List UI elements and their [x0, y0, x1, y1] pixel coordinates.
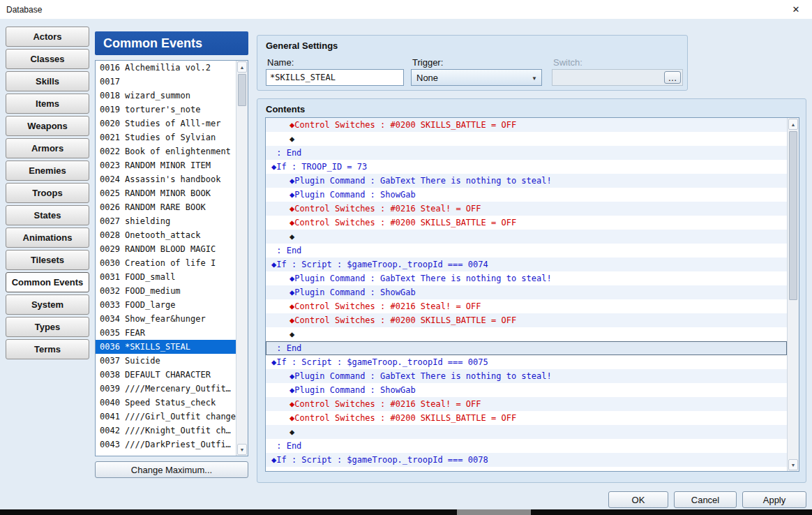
- sidebar-item-animations[interactable]: Animations: [6, 227, 89, 248]
- event-command-line[interactable]: ◆: [266, 425, 787, 439]
- switch-browse-button[interactable]: …: [664, 71, 681, 84]
- event-command-line[interactable]: ◆Plugin Command : GabText There is nothi…: [266, 369, 787, 383]
- event-command-line[interactable]: : End: [266, 439, 787, 453]
- scroll-up-icon[interactable]: ▲: [237, 61, 247, 73]
- list-item[interactable]: 0026 RANDOM RARE BOOK: [96, 200, 236, 214]
- list-item[interactable]: 0020 Studies of Alll-mer: [96, 117, 236, 130]
- event-command-line[interactable]: ◆If : Script : $gameTroop._troopId === 0…: [266, 453, 787, 467]
- list-item[interactable]: 0024 Assassin's handbook: [96, 172, 236, 186]
- list-item[interactable]: 0021 Studies of Sylvian: [96, 130, 236, 144]
- list-item[interactable]: 0018 wizard_summon: [96, 89, 236, 103]
- list-item[interactable]: 0022 Book of enlightenment: [96, 144, 236, 158]
- list-item[interactable]: 0037 Suicide: [96, 354, 236, 368]
- sidebar-item-types[interactable]: Types: [6, 317, 89, 337]
- scroll-down-icon[interactable]: ▼: [788, 459, 798, 470]
- contents-title: Contents: [266, 104, 305, 114]
- event-command-line[interactable]: ◆Control Switches : #0200 SKILLS_BATTLE …: [266, 313, 787, 327]
- event-command-line[interactable]: ◆Plugin Command : ShowGab: [266, 188, 787, 202]
- sidebar-item-tilesets[interactable]: Tilesets: [6, 250, 89, 270]
- sidebar-item-terms[interactable]: Terms: [6, 339, 89, 359]
- trigger-dropdown[interactable]: None ▼: [411, 69, 542, 86]
- sidebar-item-items[interactable]: Items: [6, 94, 89, 114]
- window-titlebar[interactable]: Database ✕: [0, 0, 812, 19]
- command-list: ◆Control Switches : #0200 SKILLS_BATTLE …: [265, 117, 799, 472]
- event-command-line[interactable]: : End: [266, 341, 787, 355]
- sidebar-item-enemies[interactable]: Enemies: [6, 161, 89, 181]
- sidebar-item-armors[interactable]: Armors: [6, 138, 89, 158]
- switch-field: …: [552, 69, 683, 86]
- list-item[interactable]: 0016 Alchemillia vol.2: [96, 61, 236, 75]
- event-command-line[interactable]: ◆Plugin Command : ShowGab: [266, 383, 787, 397]
- name-label: Name:: [267, 57, 294, 68]
- command-list-rows: ◆Control Switches : #0200 SKILLS_BATTLE …: [266, 118, 787, 471]
- event-command-line[interactable]: ◆Plugin Command : ShowGab: [266, 285, 787, 299]
- sidebar-item-system[interactable]: System: [6, 294, 89, 315]
- scroll-up-icon[interactable]: ▲: [788, 119, 798, 130]
- ok-button[interactable]: OK: [608, 491, 668, 508]
- taskbar-strip: [0, 509, 812, 515]
- event-command-line[interactable]: ◆Control Switches : #0216 Steal! = OFF: [266, 299, 787, 313]
- event-command-line[interactable]: ◆Control Switches : #0200 SKILLS_BATTLE …: [266, 216, 787, 230]
- change-maximum-button[interactable]: Change Maximum...: [95, 461, 248, 478]
- event-command-line[interactable]: ◆: [266, 230, 787, 244]
- sidebar-item-troops[interactable]: Troops: [6, 183, 89, 203]
- event-command-line[interactable]: : End: [266, 146, 787, 160]
- sidebar-item-states[interactable]: States: [6, 205, 89, 225]
- event-list-rows: 0016 Alchemillia vol.200170018 wizard_su…: [96, 61, 236, 456]
- trigger-value: None: [416, 73, 438, 83]
- apply-button[interactable]: Apply: [742, 491, 806, 508]
- event-command-line[interactable]: ◆Plugin Command : GabText There is nothi…: [266, 271, 787, 285]
- event-command-line[interactable]: ◆: [266, 132, 787, 146]
- list-item[interactable]: 0032 FOOD_medium: [96, 284, 236, 298]
- chevron-down-icon: ▼: [532, 75, 537, 82]
- list-item[interactable]: 0019 torturer's_note: [96, 103, 236, 117]
- list-item[interactable]: 0027 shielding: [96, 214, 236, 228]
- event-command-line[interactable]: ◆Control Switches : #0200 SKILLS_BATTLE …: [266, 411, 787, 425]
- sidebar-item-actors[interactable]: Actors: [6, 27, 89, 47]
- scrollbar-thumb[interactable]: [789, 131, 797, 300]
- list-item[interactable]: 0029 RANDOM BLOOD MAGIC: [96, 242, 236, 256]
- command-list-scrollbar[interactable]: ▲ ▼: [787, 118, 799, 471]
- list-item[interactable]: 0042 ////Knight_Outfit ch…: [96, 424, 236, 438]
- sidebar: ActorsClassesSkillsItemsWeaponsArmorsEne…: [6, 27, 89, 361]
- list-item[interactable]: 0030 Creation of life I: [96, 256, 236, 270]
- list-item[interactable]: 0043 ////DarkPriest_Outfi…: [96, 438, 236, 451]
- close-icon[interactable]: ✕: [780, 0, 812, 19]
- scroll-down-icon[interactable]: ▼: [237, 444, 247, 455]
- cancel-button[interactable]: Cancel: [674, 491, 737, 508]
- sidebar-item-weapons[interactable]: Weapons: [6, 116, 89, 136]
- event-command-line[interactable]: ◆If : TROOP_ID = 73: [266, 160, 787, 174]
- name-input[interactable]: [266, 69, 404, 86]
- event-command-line[interactable]: : End: [266, 244, 787, 258]
- scrollbar-thumb[interactable]: [238, 74, 246, 106]
- switch-label: Switch:: [553, 57, 582, 68]
- list-item[interactable]: 0035 FEAR: [96, 326, 236, 340]
- sidebar-item-common-events[interactable]: Common Events: [6, 272, 89, 292]
- sidebar-item-classes[interactable]: Classes: [6, 49, 89, 69]
- list-item[interactable]: 0039 ////Mercenary_Outfit…: [96, 382, 236, 396]
- event-command-line[interactable]: ◆If : Script : $gameTroop._troopId === 0…: [266, 258, 787, 271]
- trigger-label: Trigger:: [412, 57, 443, 68]
- list-item[interactable]: 0017: [96, 75, 236, 89]
- list-item[interactable]: 0041 ////Girl_Outfit change: [96, 410, 236, 424]
- list-item[interactable]: 0040 Speed Status_check: [96, 396, 236, 410]
- list-item[interactable]: 0036 *SKILLS_STEAL: [96, 340, 236, 354]
- list-item[interactable]: 0025 RANDOM MINOR BOOK: [96, 186, 236, 200]
- window-title: Database: [6, 5, 42, 15]
- list-item[interactable]: 0033 FOOD_large: [96, 298, 236, 312]
- event-list-scrollbar[interactable]: ▲ ▼: [236, 61, 248, 456]
- event-command-line[interactable]: ◆Control Switches : #0216 Steal! = OFF: [266, 397, 787, 411]
- event-command-line[interactable]: ◆If : Script : $gameTroop._troopId === 0…: [266, 355, 787, 369]
- list-item[interactable]: 0031 FOOD_small: [96, 270, 236, 284]
- list-item[interactable]: 0038 DEFAULT CHARACTER: [96, 368, 236, 382]
- event-command-line[interactable]: ◆Control Switches : #0216 Steal! = OFF: [266, 202, 787, 216]
- event-command-line[interactable]: ◆: [266, 327, 787, 341]
- list-item[interactable]: 0023 RANDOM MINOR ITEM: [96, 158, 236, 172]
- list-item[interactable]: 0028 Onetooth_attack: [96, 228, 236, 242]
- event-list: 0016 Alchemillia vol.200170018 wizard_su…: [95, 60, 248, 456]
- sidebar-item-skills[interactable]: Skills: [6, 71, 89, 91]
- list-item[interactable]: 0034 Show_fear&hunger: [96, 312, 236, 326]
- event-command-line[interactable]: ◆Plugin Command : GabText There is nothi…: [266, 174, 787, 188]
- event-command-line[interactable]: ◆Control Switches : #0200 SKILLS_BATTLE …: [266, 118, 787, 132]
- general-settings-panel: General Settings Name: Trigger: None ▼ S…: [257, 35, 688, 91]
